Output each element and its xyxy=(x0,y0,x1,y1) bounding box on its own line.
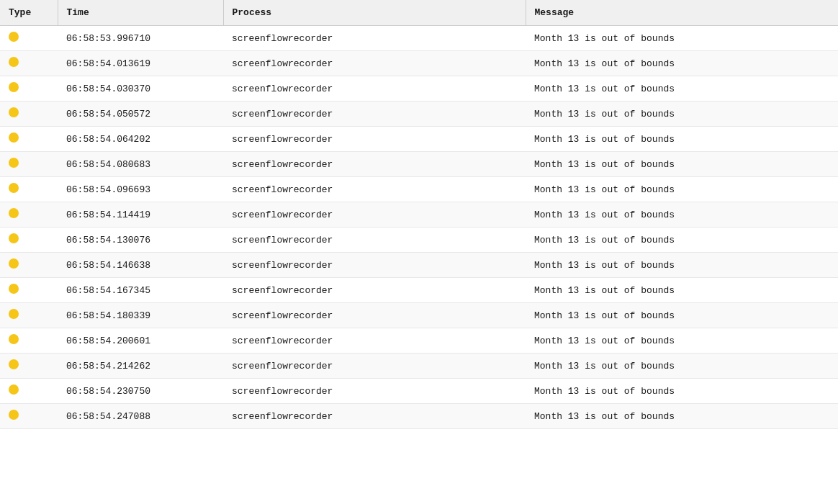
message-cell: Month 13 is out of bounds xyxy=(526,76,838,102)
message-cell: Month 13 is out of bounds xyxy=(526,51,838,76)
warning-icon xyxy=(9,233,19,243)
time-cell: 06:58:54.180339 xyxy=(58,303,223,328)
process-cell: screenflowrecorder xyxy=(223,354,526,379)
warning-icon xyxy=(9,284,19,294)
table-row: 06:58:54.080683screenflowrecorderMonth 1… xyxy=(0,152,838,177)
message-cell: Month 13 is out of bounds xyxy=(526,328,838,354)
table-row: 06:58:54.180339screenflowrecorderMonth 1… xyxy=(0,303,838,328)
message-cell: Month 13 is out of bounds xyxy=(526,228,838,253)
type-cell xyxy=(0,51,58,76)
type-cell xyxy=(0,102,58,127)
process-cell: screenflowrecorder xyxy=(223,303,526,328)
time-cell: 06:58:54.064202 xyxy=(58,127,223,152)
type-cell xyxy=(0,202,58,228)
message-cell: Month 13 is out of bounds xyxy=(526,379,838,404)
message-cell: Month 13 is out of bounds xyxy=(526,202,838,228)
message-cell: Month 13 is out of bounds xyxy=(526,404,838,429)
time-cell: 06:58:54.167345 xyxy=(58,278,223,303)
process-cell: screenflowrecorder xyxy=(223,253,526,278)
process-cell: screenflowrecorder xyxy=(223,379,526,404)
log-table: Type Time Process Message 06:58:53.99671… xyxy=(0,0,838,429)
message-cell: Month 13 is out of bounds xyxy=(526,354,838,379)
table-row: 06:58:54.030370screenflowrecorderMonth 1… xyxy=(0,76,838,102)
table-row: 06:58:54.114419screenflowrecorderMonth 1… xyxy=(0,202,838,228)
warning-icon xyxy=(9,384,19,395)
message-cell: Month 13 is out of bounds xyxy=(526,127,838,152)
table-row: 06:58:53.996710screenflowrecorderMonth 1… xyxy=(0,26,838,51)
type-cell xyxy=(0,379,58,404)
time-cell: 06:58:54.200601 xyxy=(58,328,223,354)
type-cell xyxy=(0,152,58,177)
table-row: 06:58:54.130076screenflowrecorderMonth 1… xyxy=(0,228,838,253)
message-cell: Month 13 is out of bounds xyxy=(526,303,838,328)
header-type[interactable]: Type xyxy=(0,0,58,26)
table-row: 06:58:54.247088screenflowrecorderMonth 1… xyxy=(0,404,838,429)
message-cell: Month 13 is out of bounds xyxy=(526,26,838,51)
warning-icon xyxy=(9,410,19,420)
time-cell: 06:58:54.214262 xyxy=(58,354,223,379)
message-cell: Month 13 is out of bounds xyxy=(526,102,838,127)
time-cell: 06:58:54.013619 xyxy=(58,51,223,76)
table-row: 06:58:54.096693screenflowrecorderMonth 1… xyxy=(0,177,838,202)
process-cell: screenflowrecorder xyxy=(223,177,526,202)
process-cell: screenflowrecorder xyxy=(223,228,526,253)
type-cell xyxy=(0,404,58,429)
message-cell: Month 13 is out of bounds xyxy=(526,152,838,177)
time-cell: 06:58:54.114419 xyxy=(58,202,223,228)
warning-icon xyxy=(9,208,19,218)
process-cell: screenflowrecorder xyxy=(223,102,526,127)
process-cell: screenflowrecorder xyxy=(223,51,526,76)
table-row: 06:58:54.146638screenflowrecorderMonth 1… xyxy=(0,253,838,278)
time-cell: 06:58:54.230750 xyxy=(58,379,223,404)
type-cell xyxy=(0,303,58,328)
time-cell: 06:58:54.247088 xyxy=(58,404,223,429)
warning-icon xyxy=(9,32,19,42)
warning-icon xyxy=(9,359,19,369)
time-cell: 06:58:54.146638 xyxy=(58,253,223,278)
type-cell xyxy=(0,26,58,51)
type-cell xyxy=(0,76,58,102)
process-cell: screenflowrecorder xyxy=(223,152,526,177)
header-process[interactable]: Process xyxy=(223,0,526,26)
warning-icon xyxy=(9,82,19,92)
time-cell: 06:58:53.996710 xyxy=(58,26,223,51)
header-time[interactable]: Time xyxy=(58,0,223,26)
table-row: 06:58:54.200601screenflowrecorderMonth 1… xyxy=(0,328,838,354)
table-row: 06:58:54.230750screenflowrecorderMonth 1… xyxy=(0,379,838,404)
type-cell xyxy=(0,354,58,379)
type-cell xyxy=(0,228,58,253)
type-cell xyxy=(0,177,58,202)
warning-icon xyxy=(9,158,19,168)
time-cell: 06:58:54.096693 xyxy=(58,177,223,202)
process-cell: screenflowrecorder xyxy=(223,26,526,51)
type-cell xyxy=(0,278,58,303)
process-cell: screenflowrecorder xyxy=(223,278,526,303)
table-row: 06:58:54.050572screenflowrecorderMonth 1… xyxy=(0,102,838,127)
warning-icon xyxy=(9,183,19,193)
message-cell: Month 13 is out of bounds xyxy=(526,278,838,303)
type-cell xyxy=(0,328,58,354)
warning-icon xyxy=(9,334,19,344)
time-cell: 06:58:54.030370 xyxy=(58,76,223,102)
time-cell: 06:58:54.130076 xyxy=(58,228,223,253)
header-message[interactable]: Message xyxy=(526,0,838,26)
table-row: 06:58:54.214262screenflowrecorderMonth 1… xyxy=(0,354,838,379)
table-row: 06:58:54.167345screenflowrecorderMonth 1… xyxy=(0,278,838,303)
table-row: 06:58:54.064202screenflowrecorderMonth 1… xyxy=(0,127,838,152)
process-cell: screenflowrecorder xyxy=(223,328,526,354)
warning-icon xyxy=(9,107,19,117)
warning-icon xyxy=(9,132,19,143)
message-cell: Month 13 is out of bounds xyxy=(526,177,838,202)
warning-icon xyxy=(9,258,19,269)
process-cell: screenflowrecorder xyxy=(223,404,526,429)
type-cell xyxy=(0,253,58,278)
type-cell xyxy=(0,127,58,152)
message-cell: Month 13 is out of bounds xyxy=(526,253,838,278)
time-cell: 06:58:54.080683 xyxy=(58,152,223,177)
time-cell: 06:58:54.050572 xyxy=(58,102,223,127)
process-cell: screenflowrecorder xyxy=(223,202,526,228)
process-cell: screenflowrecorder xyxy=(223,76,526,102)
process-cell: screenflowrecorder xyxy=(223,127,526,152)
log-table-wrapper[interactable]: Type Time Process Message 06:58:53.99671… xyxy=(0,0,838,504)
table-header-row: Type Time Process Message xyxy=(0,0,838,26)
